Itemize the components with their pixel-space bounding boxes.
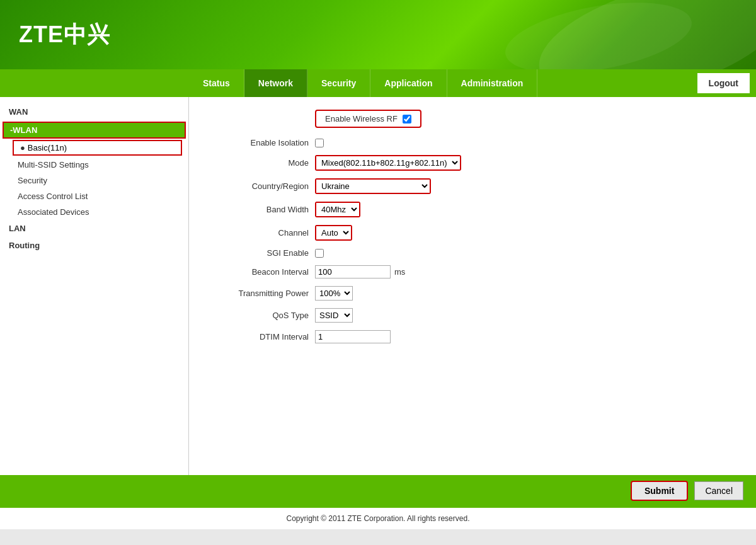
bullet-icon: ● <box>20 143 25 152</box>
qos-label: QoS Type <box>214 311 315 320</box>
submit-button[interactable]: Submit <box>631 481 688 501</box>
copyright-text: Copyright © 2011 ZTE Corporation. All ri… <box>287 514 470 523</box>
country-select[interactable]: Ukraine United States Germany France Jap… <box>316 180 430 193</box>
sidebar-item-security[interactable]: Security <box>0 173 188 188</box>
sidebar-item-multi-ssid[interactable]: Multi-SSID Settings <box>0 157 188 173</box>
enable-isolation-checkbox[interactable] <box>315 139 324 147</box>
tab-security[interactable]: Security <box>307 69 370 97</box>
channel-label: Channel <box>214 228 315 238</box>
mode-select[interactable]: Mixed(802.11b+802.11g+802.11n) 802.11b o… <box>316 156 460 169</box>
beacon-row: Beacon Interval ms <box>214 265 731 278</box>
logo: ZTE中兴 <box>19 20 110 50</box>
enable-isolation-label: Enable Isolation <box>214 138 315 147</box>
tab-application[interactable]: Application <box>370 69 447 97</box>
basic-label: Basic(11n) <box>28 143 67 152</box>
tab-status[interactable]: Status <box>189 69 244 97</box>
tab-administration[interactable]: Administration <box>447 69 538 97</box>
beacon-input[interactable] <box>315 265 391 278</box>
sgi-row: SGI Enable <box>214 248 731 258</box>
bandwidth-select-container: 40Mhz 20Mhz <box>315 202 360 217</box>
sidebar-section-lan: LAN <box>0 220 188 237</box>
tx-power-row: Transmitting Power 100% 75% 50% 25% <box>214 286 731 301</box>
qos-row: QoS Type SSID WMM <box>214 308 731 323</box>
country-select-container: Ukraine United States Germany France Jap… <box>315 178 431 194</box>
channel-select[interactable]: Auto 123 456 789 1011 <box>316 226 351 239</box>
tx-power-select[interactable]: 100% 75% 50% 25% <box>315 286 353 301</box>
enable-isolation-row: Enable Isolation <box>214 138 731 147</box>
country-row: Country/Region Ukraine United States Ger… <box>214 178 731 194</box>
tx-power-label: Transmitting Power <box>214 289 315 298</box>
content-area: Enable Wireless RF Enable Isolation Mode… <box>189 97 756 475</box>
bottom-bar: Submit Cancel <box>0 475 756 507</box>
navbar: Status Network Security Application Admi… <box>0 69 756 97</box>
sgi-checkbox[interactable] <box>315 249 324 258</box>
dtim-label: DTIM Interval <box>214 332 315 341</box>
beacon-unit: ms <box>394 267 405 277</box>
navbar-tabs: Status Network Security Application Admi… <box>189 69 756 97</box>
sidebar-item-wlan[interactable]: -WLAN <box>3 122 186 139</box>
sidebar: WAN -WLAN ● Basic(11n) Multi-SSID Settin… <box>0 97 189 475</box>
bandwidth-select[interactable]: 40Mhz 20Mhz <box>316 203 359 216</box>
channel-row: Channel Auto 123 456 789 1011 <box>214 225 731 241</box>
enable-wireless-rf-container: Enable Wireless RF <box>315 110 421 128</box>
sidebar-item-basic[interactable]: ● Basic(11n) <box>13 140 182 156</box>
sidebar-section-wan: WAN <box>0 103 188 120</box>
mode-label: Mode <box>214 158 315 168</box>
dtim-input[interactable] <box>315 330 391 343</box>
sidebar-item-associated[interactable]: Associated Devices <box>0 204 188 220</box>
channel-select-container: Auto 123 456 789 1011 <box>315 225 352 241</box>
bandwidth-label: Band Width <box>214 205 315 214</box>
cancel-button[interactable]: Cancel <box>694 481 743 500</box>
header: ZTE中兴 <box>0 0 756 69</box>
navbar-spacer <box>0 69 189 97</box>
footer: Copyright © 2011 ZTE Corporation. All ri… <box>0 507 756 529</box>
tab-network[interactable]: Network <box>244 69 307 97</box>
logout-button[interactable]: Logout <box>697 73 750 93</box>
mode-row: Mode Mixed(802.11b+802.11g+802.11n) 802.… <box>214 155 731 171</box>
country-label: Country/Region <box>214 181 315 191</box>
sgi-label: SGI Enable <box>214 248 315 258</box>
enable-wireless-rf-row: Enable Wireless RF <box>214 110 731 128</box>
enable-wireless-rf-label: Enable Wireless RF <box>325 114 398 123</box>
dtim-row: DTIM Interval <box>214 330 731 343</box>
qos-select[interactable]: SSID WMM <box>315 308 353 323</box>
bandwidth-row: Band Width 40Mhz 20Mhz <box>214 202 731 217</box>
sidebar-item-acl[interactable]: Access Control List <box>0 188 188 204</box>
beacon-label: Beacon Interval <box>214 267 315 277</box>
sidebar-section-routing: Routing <box>0 237 188 254</box>
main-content: WAN -WLAN ● Basic(11n) Multi-SSID Settin… <box>0 97 756 475</box>
enable-wireless-rf-checkbox[interactable] <box>403 115 411 123</box>
mode-select-container: Mixed(802.11b+802.11g+802.11n) 802.11b o… <box>315 155 461 171</box>
